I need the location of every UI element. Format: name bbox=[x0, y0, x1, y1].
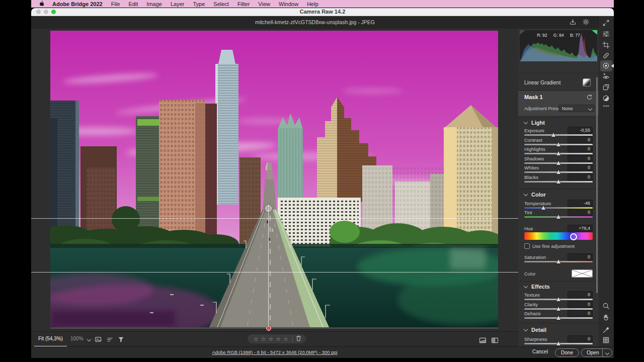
zoom-options-chevron-icon[interactable] bbox=[87, 337, 91, 341]
reset-mask-icon[interactable] bbox=[586, 94, 593, 103]
zoom-tool-icon[interactable] bbox=[602, 302, 610, 310]
gradient-guide-line-bottom[interactable] bbox=[50, 328, 498, 328]
slider-track[interactable] bbox=[524, 134, 593, 136]
slider-track[interactable] bbox=[524, 261, 593, 262]
edit-sliders-icon[interactable] bbox=[602, 30, 610, 38]
image-canvas[interactable] bbox=[31, 29, 518, 331]
slider-thumb[interactable] bbox=[551, 133, 555, 137]
menu-help[interactable]: Help bbox=[307, 1, 318, 7]
hand-tool-icon[interactable] bbox=[602, 314, 610, 322]
menu-file[interactable]: File bbox=[111, 1, 120, 7]
zoom-fit-tab[interactable]: Fit (54,3%) bbox=[34, 332, 67, 347]
slider-track[interactable] bbox=[524, 171, 593, 173]
preview-toggle-icon[interactable] bbox=[479, 336, 487, 345]
slider-value-box[interactable]: 0 bbox=[568, 301, 593, 308]
preferences-gear-icon[interactable] bbox=[582, 18, 590, 28]
snapshots-icon[interactable] bbox=[602, 83, 610, 92]
slider-thumb[interactable] bbox=[541, 206, 545, 210]
gradient-center-pin[interactable] bbox=[265, 205, 272, 212]
color-sampler-grid-icon[interactable] bbox=[602, 336, 610, 344]
slider-track[interactable] bbox=[524, 181, 593, 183]
presets-icon[interactable] bbox=[602, 95, 610, 103]
menu-image[interactable]: Image bbox=[146, 1, 162, 7]
hue-slider[interactable] bbox=[524, 232, 593, 240]
apple-menu[interactable] bbox=[39, 1, 44, 7]
slider-thumb[interactable] bbox=[556, 215, 560, 219]
star-rating-5[interactable]: ☆ bbox=[283, 336, 288, 342]
white-balance-eyedropper-icon[interactable] bbox=[602, 326, 610, 334]
menu-edit[interactable]: Edit bbox=[128, 1, 138, 7]
mark-for-delete-icon[interactable] bbox=[296, 334, 301, 343]
menu-layer[interactable]: Layer bbox=[171, 1, 185, 7]
star-rating-3[interactable]: ☆ bbox=[268, 336, 273, 342]
slider-value-box[interactable]: 0 bbox=[568, 335, 593, 343]
slider-value-box[interactable]: 0 bbox=[568, 291, 593, 299]
save-image-icon[interactable] bbox=[569, 18, 577, 28]
slider-track[interactable] bbox=[524, 343, 593, 344]
slider-thumb[interactable] bbox=[556, 316, 560, 320]
slider-track[interactable] bbox=[524, 299, 593, 300]
menu-type[interactable]: Type bbox=[193, 1, 205, 7]
menu-view[interactable]: View bbox=[258, 1, 270, 7]
gradient-endpoint-handle[interactable] bbox=[266, 326, 271, 331]
cancel-button[interactable]: Cancel bbox=[532, 349, 548, 354]
slider-track[interactable] bbox=[524, 317, 593, 319]
preview-mode-icon[interactable] bbox=[95, 336, 102, 345]
masking-tool-icon[interactable] bbox=[602, 62, 610, 70]
slider-value-box[interactable]: 0 bbox=[568, 136, 593, 144]
slider-track[interactable] bbox=[524, 216, 593, 218]
red-eye-tool-icon[interactable] bbox=[602, 73, 610, 81]
healing-tool-icon[interactable] bbox=[602, 52, 610, 60]
fullscreen-toggle-icon[interactable] bbox=[602, 19, 610, 27]
slider-thumb[interactable] bbox=[556, 179, 560, 184]
star-rating-1[interactable]: ☆ bbox=[254, 336, 259, 342]
histogram[interactable]: R: 92 G: 84 B: 77 bbox=[520, 30, 597, 61]
more-tools-icon[interactable]: ••• bbox=[599, 104, 614, 109]
section-color[interactable]: Color bbox=[524, 192, 546, 198]
slider-value-box[interactable]: 0 bbox=[568, 155, 593, 162]
slider-thumb[interactable] bbox=[556, 297, 560, 301]
slider-value-box[interactable]: -0,55 bbox=[568, 127, 593, 134]
slider-thumb[interactable] bbox=[556, 259, 560, 263]
sort-order-icon[interactable] bbox=[107, 336, 114, 345]
slider-thumb[interactable] bbox=[556, 170, 560, 174]
slider-value-box[interactable]: 0 bbox=[568, 253, 593, 261]
done-button[interactable]: Done bbox=[555, 348, 579, 357]
slider-thumb[interactable] bbox=[556, 161, 560, 165]
slider-thumb[interactable] bbox=[556, 151, 560, 155]
slider-thumb[interactable] bbox=[556, 341, 560, 345]
slider-value-box[interactable]: 0 bbox=[568, 145, 593, 153]
star-rating-4[interactable]: ☆ bbox=[276, 336, 281, 342]
mask-name[interactable]: Mask 1 bbox=[524, 94, 543, 100]
slider-value-box[interactable]: 0 bbox=[568, 173, 593, 181]
color-swatch[interactable] bbox=[572, 269, 593, 278]
open-options-chevron-icon[interactable] bbox=[603, 351, 612, 354]
filter-funnel-icon[interactable] bbox=[118, 336, 124, 345]
section-detail[interactable]: Detail bbox=[524, 327, 546, 333]
slider-track[interactable] bbox=[524, 153, 593, 154]
menu-app-name[interactable]: Adobe Bridge 2022 bbox=[52, 1, 103, 7]
menu-window[interactable]: Window bbox=[279, 1, 298, 7]
slider-thumb[interactable] bbox=[556, 142, 560, 146]
hue-slider-thumb[interactable] bbox=[570, 233, 577, 240]
photo-austin-skyline[interactable] bbox=[50, 31, 498, 327]
fine-adjustment-checkbox[interactable] bbox=[524, 243, 530, 249]
slider-value-box[interactable]: 0 bbox=[568, 310, 593, 317]
section-effects[interactable]: Effects bbox=[524, 284, 550, 290]
section-light[interactable]: Light bbox=[524, 120, 545, 126]
workflow-options-link[interactable]: Adobe RGB (1998) - 8 bit - 5472 x 3648 (… bbox=[31, 349, 518, 355]
menu-select[interactable]: Select bbox=[213, 1, 229, 7]
star-rating-2[interactable]: ☆ bbox=[261, 336, 266, 342]
slider-thumb[interactable] bbox=[556, 307, 560, 311]
crop-tool-icon[interactable] bbox=[602, 41, 610, 49]
zoom-100-tab[interactable]: 100% bbox=[67, 332, 87, 346]
before-after-view-icon[interactable] bbox=[491, 336, 499, 345]
slider-value-box[interactable]: -46 bbox=[568, 200, 593, 207]
hue-value-box[interactable]: +78,4 bbox=[568, 225, 593, 232]
window-title-bar[interactable]: Camera Raw 14.2 bbox=[31, 8, 614, 16]
adjustment-preset-dropdown[interactable]: None bbox=[558, 105, 595, 112]
panel-scrollbar[interactable] bbox=[596, 77, 598, 293]
slider-value-box[interactable]: 0 bbox=[568, 164, 593, 171]
linear-gradient-icon[interactable] bbox=[583, 78, 591, 86]
gradient-axis-line[interactable] bbox=[268, 205, 269, 328]
